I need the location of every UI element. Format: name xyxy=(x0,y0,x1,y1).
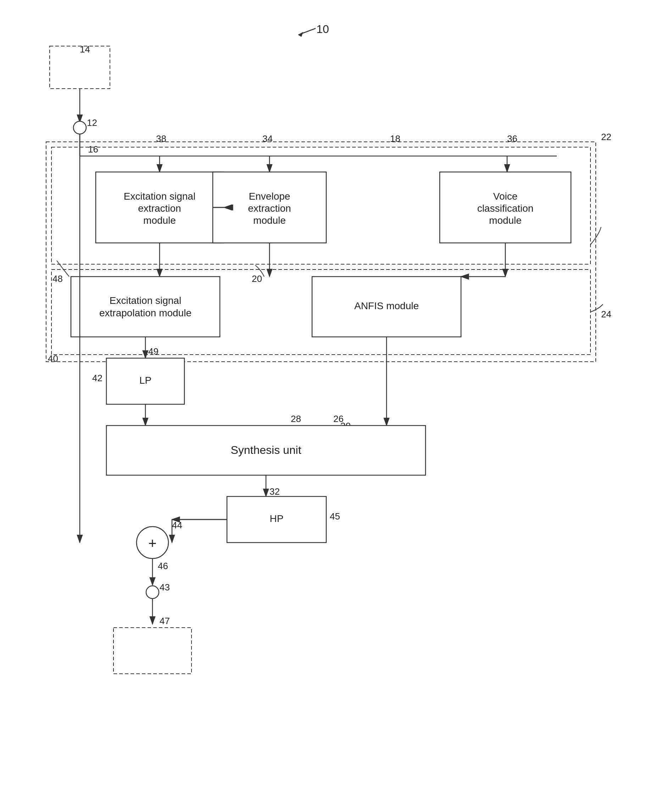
label-43: 43 xyxy=(160,582,170,592)
label-45: 45 xyxy=(330,511,340,522)
label-47: 47 xyxy=(160,616,170,626)
label-20: 20 xyxy=(252,273,262,284)
label-12: 12 xyxy=(87,117,97,128)
voice-classification-text2: classification xyxy=(477,203,534,214)
hp-text: HP xyxy=(270,513,284,524)
voice-classification-text: Voice xyxy=(493,191,518,202)
excitation-extrapolation-text2: extrapolation module xyxy=(99,307,192,319)
label-49: 49 xyxy=(148,346,158,357)
label-46: 46 xyxy=(158,561,168,571)
label-38: 38 xyxy=(156,133,166,144)
label-22: 22 xyxy=(601,132,611,142)
label-18: 18 xyxy=(390,133,400,144)
diagram: 10 14 12 16 22 38 34 18 36 Excitation si… xyxy=(0,0,672,811)
label-24: 24 xyxy=(601,309,611,319)
synthesis-text: Synthesis unit xyxy=(231,444,301,456)
node-12 xyxy=(73,121,86,134)
label-14: 14 xyxy=(80,44,90,54)
excitation-extraction-text2: extraction xyxy=(138,203,181,214)
label-16: 16 xyxy=(88,144,98,154)
excitation-extraction-text: Excitation signal xyxy=(124,191,195,202)
label-28: 28 xyxy=(291,414,301,424)
plus-symbol: + xyxy=(148,536,156,551)
excitation-extrapolation-text: Excitation signal xyxy=(110,295,181,306)
envelope-extraction-text2: extraction xyxy=(248,203,291,214)
label-40: 40 xyxy=(48,353,58,364)
output-box xyxy=(114,628,192,674)
voice-classification-text3: module xyxy=(489,215,522,226)
svg-line-2 xyxy=(301,28,316,34)
label-48: 48 xyxy=(53,273,63,284)
svg-marker-3 xyxy=(298,32,303,37)
node-43 xyxy=(146,586,159,599)
label-42: 42 xyxy=(92,373,102,383)
anfis-text: ANFIS module xyxy=(354,300,419,311)
label-44: 44 xyxy=(172,520,182,531)
label-34: 34 xyxy=(262,133,273,144)
label-32: 32 xyxy=(270,486,280,497)
excitation-extraction-text3: module xyxy=(143,215,176,226)
envelope-extraction-text3: module xyxy=(253,215,286,226)
lp-text: LP xyxy=(139,375,151,386)
envelope-extraction-text: Envelope xyxy=(249,191,290,202)
label-36: 36 xyxy=(507,133,518,144)
figure-number: 10 xyxy=(316,23,329,36)
excitation-extrapolation-module xyxy=(71,277,220,337)
